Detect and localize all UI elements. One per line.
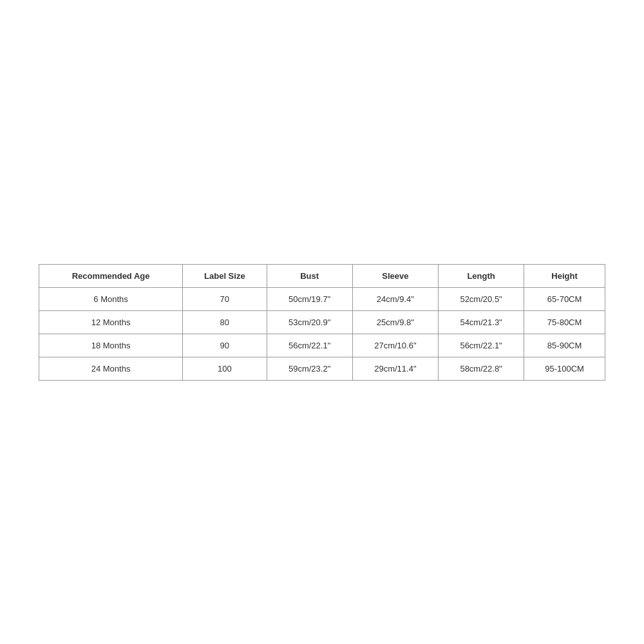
label-size-cell: 80 [183,310,267,334]
table-row: 6 Months7050cm/19.7"24cm/9.4"52cm/20.5"6… [39,287,605,310]
sleeve-cell: 27cm/10.6" [352,334,438,357]
age-cell: 18 Months [39,334,183,357]
sleeve-cell: 25cm/9.8" [352,310,438,334]
col-header-sleeve: Sleeve [352,264,438,287]
col-header-age: Recommended Age [39,264,183,287]
height-cell: 95-100CM [524,357,605,380]
bust-cell: 56cm/22.1" [267,334,352,357]
table-row: 12 Months8053cm/20.9"25cm/9.8"54cm/21.3"… [39,310,605,334]
table-header-row: Recommended Age Label Size Bust Sleeve L… [39,264,605,287]
height-cell: 65-70CM [524,287,605,310]
length-cell: 58cm/22.8" [438,357,524,380]
height-cell: 85-90CM [524,334,605,357]
table-row: 24 Months10059cm/23.2"29cm/11.4"58cm/22.… [39,357,605,380]
sleeve-cell: 24cm/9.4" [352,287,438,310]
age-cell: 12 Months [39,310,183,334]
sleeve-cell: 29cm/11.4" [352,357,438,380]
table-row: 18 Months9056cm/22.1"27cm/10.6"56cm/22.1… [39,334,605,357]
length-cell: 56cm/22.1" [438,334,524,357]
age-cell: 6 Months [39,287,183,310]
label-size-cell: 70 [183,287,267,310]
bust-cell: 59cm/23.2" [267,357,352,380]
age-cell: 24 Months [39,357,183,380]
height-cell: 75-80CM [524,310,605,334]
size-chart-table: Recommended Age Label Size Bust Sleeve L… [39,264,605,381]
col-header-bust: Bust [267,264,352,287]
length-cell: 52cm/20.5" [438,287,524,310]
col-header-length: Length [438,264,524,287]
col-header-label-size: Label Size [183,264,267,287]
bust-cell: 53cm/20.9" [267,310,352,334]
size-chart-container: Recommended Age Label Size Bust Sleeve L… [39,264,605,381]
col-header-height: Height [524,264,605,287]
label-size-cell: 100 [183,357,267,380]
label-size-cell: 90 [183,334,267,357]
length-cell: 54cm/21.3" [438,310,524,334]
bust-cell: 50cm/19.7" [267,287,352,310]
